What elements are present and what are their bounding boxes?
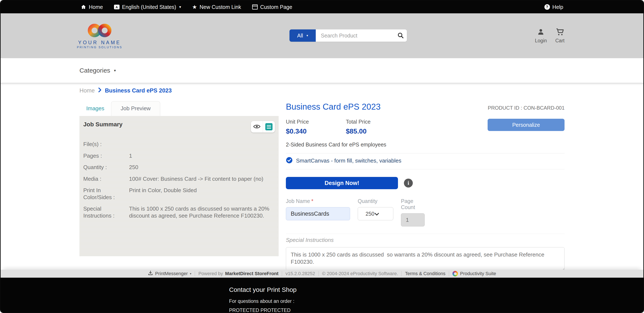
- product-id: PRODUCT ID : CON-BCARD-001: [488, 105, 564, 111]
- topbar-language-label: English (United States): [122, 4, 176, 10]
- summary-row-files: File(s) :: [83, 139, 275, 150]
- product-description: 2-Sided Business Card for ePS employees: [286, 142, 564, 148]
- job-summary-title: Job Summary: [83, 121, 122, 128]
- categories-label: Categories: [80, 67, 110, 74]
- search-filter-button[interactable]: All ▾: [290, 29, 316, 42]
- summary-label: Special Instructions :: [83, 205, 129, 219]
- contact-footer: Contact your Print Shop For questions ab…: [1, 278, 643, 312]
- summary-row-special-instructions: Special Instructions : This is 1000 x 25…: [83, 203, 275, 221]
- product-column: Business Card ePS 2023 PRODUCT ID : CON-…: [286, 102, 564, 270]
- page-count-label: Page Count: [401, 198, 425, 210]
- topbar-new-custom-link-label: New Custom Link: [200, 4, 241, 10]
- category-nav: Categories ▾: [1, 58, 643, 83]
- page-count-input: [401, 213, 425, 226]
- print-messenger-label: PrintMessenger: [155, 271, 188, 276]
- tab-job-preview[interactable]: Job Preview: [111, 101, 160, 116]
- caret-down-icon: ▾: [114, 68, 116, 73]
- contact-title: Contact your Print Shop: [229, 286, 643, 293]
- topbar-help-label: Help: [552, 4, 563, 10]
- personalize-button[interactable]: Personalize: [488, 119, 564, 131]
- login-label: Login: [535, 38, 547, 44]
- star-icon: ★: [192, 4, 197, 10]
- design-now-button[interactable]: Design Now!: [286, 177, 398, 189]
- contact-line2: PROTECTED PROTECTED: [229, 308, 643, 313]
- summary-row-pages: Pages : 1: [83, 150, 275, 162]
- search-icon: [397, 36, 404, 39]
- brand-logo[interactable]: YOUR NAME PRINTING SOLUTIONS: [80, 23, 120, 49]
- infinity-logo-icon: [84, 23, 115, 39]
- search-button[interactable]: [397, 32, 404, 39]
- total-price-label: Total Price: [346, 119, 406, 125]
- job-name-input[interactable]: [286, 207, 350, 220]
- check-circle-icon: [286, 157, 293, 164]
- productivity-suite-icon: [452, 271, 458, 276]
- summary-row-color-sides: Print In Color/Sides : Print in Color, D…: [83, 184, 275, 203]
- translate-icon: A: [114, 5, 120, 9]
- smartcanvas-label: SmartCanvas - form fill, switches, varia…: [296, 157, 401, 164]
- terms-link[interactable]: Terms & Conditions: [402, 271, 449, 276]
- caret-down-icon: ▾: [179, 5, 181, 9]
- topbar-help[interactable]: ? Help: [544, 4, 563, 10]
- preview-column: Images Job Preview Job Summary: [80, 102, 279, 270]
- summary-label: Media :: [83, 175, 129, 182]
- powered-by-label: Powered by: [198, 271, 223, 276]
- download-icon: [148, 271, 153, 277]
- search-input[interactable]: [316, 29, 407, 42]
- topbar-new-custom-link[interactable]: ★ New Custom Link: [192, 4, 241, 10]
- productivity-suite-label: Productivity Suite: [460, 271, 496, 276]
- topbar-language-menu[interactable]: A English (United States) ▾: [114, 4, 181, 10]
- job-form-row: Job Name* Quantity 250: [286, 198, 564, 226]
- print-messenger-menu[interactable]: PrintMessenger ▾: [144, 271, 195, 277]
- product-title: Business Card ePS 2023: [286, 102, 380, 112]
- info-icon[interactable]: i: [404, 179, 413, 187]
- quantity-value: 250: [366, 211, 374, 217]
- summary-value: 250: [129, 164, 273, 171]
- smartcanvas-option[interactable]: SmartCanvas - form fill, switches, varia…: [286, 154, 564, 168]
- price-row: Unit Price $0.340 Total Price $85.00 Per…: [286, 119, 564, 135]
- browser-window: Home A English (United States) ▾ ★ New C…: [0, 0, 644, 313]
- special-instructions-textarea[interactable]: This is 1000 x 250 cards as discussed so…: [286, 247, 564, 270]
- powered-by: Powered by MarketDirect StoreFront: [195, 271, 282, 276]
- cart-button[interactable]: Cart: [556, 28, 564, 44]
- quantity-select[interactable]: 250: [358, 207, 393, 220]
- search-input-wrap: [316, 29, 407, 42]
- storefront-link[interactable]: MarketDirect StoreFront: [225, 271, 278, 276]
- design-row: Design Now! i: [286, 177, 564, 189]
- categories-menu[interactable]: Categories ▾: [80, 67, 116, 74]
- total-price-block: Total Price $85.00: [346, 119, 406, 135]
- search-filter-label: All: [297, 33, 303, 39]
- topbar-custom-page[interactable]: Custom Page: [252, 4, 292, 10]
- topbar: Home A English (United States) ▾ ★ New C…: [1, 1, 643, 13]
- contact-line1: For questions about an order :: [229, 298, 643, 304]
- user-nav: Login Cart: [535, 28, 564, 44]
- quantity-field: Quantity 250: [358, 198, 393, 226]
- summary-value: This is 1000 x 250 cards as discussed so…: [129, 205, 273, 219]
- chevron-right-icon: [98, 87, 102, 94]
- brand-name: YOUR NAME: [78, 40, 121, 45]
- job-name-label: Job Name*: [286, 198, 350, 204]
- product-search: All ▾: [290, 29, 407, 42]
- caret-down-icon: ▾: [190, 272, 191, 275]
- topbar-left-group: Home A English (United States) ▾ ★ New C…: [81, 4, 292, 10]
- summary-value: Print in Color, Double Sided: [129, 187, 273, 201]
- topbar-home[interactable]: Home: [81, 4, 103, 10]
- job-summary-rows: File(s) : Pages : 1 Quantity : 250 Me: [83, 139, 275, 221]
- summary-view-button[interactable]: [263, 121, 275, 133]
- main-content: Home Business Card ePS 2023 Images Job P…: [1, 83, 643, 270]
- topbar-right-group: ? Help: [544, 4, 563, 10]
- brand-tagline: PRINTING SOLUTIONS: [77, 45, 122, 49]
- product-title-row: Business Card ePS 2023 PRODUCT ID : CON-…: [286, 102, 564, 112]
- preview-view-button[interactable]: [251, 121, 263, 133]
- view-toggle: [251, 121, 275, 133]
- job-name-field: Job Name*: [286, 198, 350, 226]
- summary-value: 100# Cover: Business Card -> Fit content…: [129, 175, 273, 182]
- list-icon: [265, 123, 272, 130]
- tab-images[interactable]: Images: [80, 105, 111, 116]
- login-button[interactable]: Login: [535, 28, 547, 44]
- breadcrumb-home-link[interactable]: Home: [80, 87, 95, 94]
- unit-price-value: $0.340: [286, 127, 346, 135]
- summary-label: File(s) :: [83, 141, 129, 148]
- summary-value: [129, 141, 273, 148]
- productivity-suite-link[interactable]: Productivity Suite: [449, 271, 500, 276]
- unit-price-label: Unit Price: [286, 119, 346, 125]
